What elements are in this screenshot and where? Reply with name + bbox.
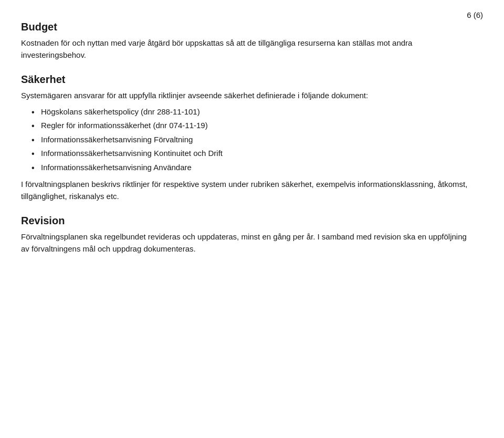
- revision-section: Revision Förvaltningsplanen ska regelbun…: [21, 215, 472, 255]
- list-item: Informationssäkerhetsanvisning Användare: [32, 162, 472, 174]
- list-item: Informationssäkerhetsanvisning Kontinuit…: [32, 148, 472, 160]
- list-item: Informationssäkerhetsanvisning Förvaltni…: [32, 134, 472, 146]
- revision-heading: Revision: [21, 215, 472, 227]
- budget-heading: Budget: [21, 21, 472, 33]
- sakerhet-heading: Säkerhet: [21, 74, 472, 86]
- sakerhet-section: Säkerhet Systemägaren ansvarar för att u…: [21, 74, 472, 202]
- sakerhet-continuation: I förvaltningsplanen beskrivs riktlinjer…: [21, 179, 472, 202]
- sakerhet-intro: Systemägaren ansvarar för att uppfylla r…: [21, 90, 472, 102]
- budget-section: Budget Kostnaden för och nyttan med varj…: [21, 21, 472, 61]
- budget-text: Kostnaden för och nyttan med varje åtgär…: [21, 37, 472, 61]
- list-item: Högskolans säkerhetspolicy (dnr 288-11-1…: [32, 106, 472, 118]
- sakerhet-bullet-list: Högskolans säkerhetspolicy (dnr 288-11-1…: [21, 106, 472, 174]
- page-number: 6 (6): [467, 11, 483, 19]
- list-item: Regler för informationssäkerhet (dnr 074…: [32, 120, 472, 132]
- revision-text: Förvaltningsplanen ska regelbundet revid…: [21, 231, 472, 255]
